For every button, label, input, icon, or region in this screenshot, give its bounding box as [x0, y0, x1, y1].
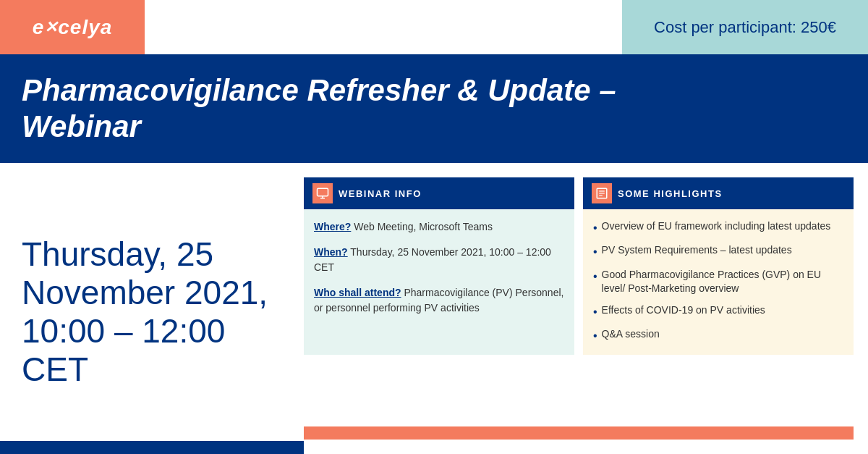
who-item: Who shall attend? Pharmacovigilance (PV)… [314, 285, 564, 316]
webinar-icon [312, 183, 333, 203]
logo-area: e✕celya [0, 0, 145, 54]
highlights-header: SOME HIGHLIGHTS [583, 177, 854, 209]
right-section: WEBINAR INFO Where? Web Meeting, Microso… [304, 163, 868, 454]
svg-rect-0 [318, 188, 328, 196]
bullet-icon: • [593, 328, 597, 344]
where-label: Where? [314, 221, 351, 232]
highlights-list: • Overview of EU framework including lat… [593, 219, 843, 345]
event-date: Thursday, 25November 2021,10:00 – 12:00 … [22, 235, 282, 389]
list-item: • Q&A session [593, 327, 843, 344]
where-item: Where? Web Meeting, Microsoft Teams [314, 219, 564, 235]
webinar-info-body: Where? Web Meeting, Microsoft Teams When… [304, 209, 574, 355]
who-label: Who shall attend? [314, 287, 401, 298]
list-item: • Effects of COVID-19 on PV activities [593, 303, 843, 320]
title-line1: Pharmacovigilance Refresher & Update – W… [22, 72, 616, 146]
webinar-info-header: WEBINAR INFO [304, 177, 574, 209]
list-item: • PV System Requirements – latest update… [593, 243, 843, 260]
highlight-text: Effects of COVID-19 on PV activities [602, 303, 765, 318]
where-value: Web Meeting, Microsoft Teams [351, 221, 493, 232]
when-label: When? [314, 246, 348, 258]
main-content: Thursday, 25November 2021,10:00 – 12:00 … [0, 163, 868, 454]
bullet-icon: • [593, 269, 597, 285]
title-bar: Pharmacovigilance Refresher & Update – W… [0, 54, 868, 163]
bullet-icon: • [593, 304, 597, 320]
top-bar: e✕celya Cost per participant: 250€ [0, 0, 868, 54]
bullet-icon: • [593, 220, 597, 236]
bullet-icon: • [593, 244, 597, 260]
highlights-body: • Overview of EU framework including lat… [583, 209, 854, 355]
highlight-text: Good Pharmacovigilance Practices (GVP) o… [602, 268, 843, 296]
cost-badge: Cost per participant: 250€ [622, 0, 868, 54]
list-item: • Good Pharmacovigilance Practices (GVP)… [593, 268, 843, 296]
excelya-logo: e✕celya [33, 16, 113, 39]
logo-text: e✕celya [33, 16, 113, 39]
webinar-info-label: WEBINAR INFO [339, 188, 422, 199]
left-bottom-bar [0, 441, 304, 454]
highlight-text: Overview of EU framework including lates… [602, 219, 831, 234]
highlight-text: PV System Requirements – latest updates [602, 243, 792, 258]
highlights-icon [592, 183, 612, 203]
main-title: Pharmacovigilance Refresher & Update – W… [22, 72, 616, 146]
right-bottom-bar [304, 426, 854, 440]
webinar-info-panel: WEBINAR INFO Where? Web Meeting, Microso… [304, 177, 574, 355]
when-item: When? Thursday, 25 November 2021, 10:00 … [314, 245, 564, 275]
highlight-text: Q&A session [602, 327, 660, 342]
when-value: Thursday, 25 November 2021, 10:00 – 12:0… [314, 246, 551, 273]
highlights-panel: SOME HIGHLIGHTS • Overview of EU framewo… [583, 177, 854, 355]
cost-text: Cost per participant: 250€ [654, 18, 836, 37]
left-section: Thursday, 25November 2021,10:00 – 12:00 … [0, 163, 304, 454]
panels-row: WEBINAR INFO Where? Web Meeting, Microso… [304, 177, 854, 355]
highlights-label: SOME HIGHLIGHTS [618, 188, 723, 199]
list-item: • Overview of EU framework including lat… [593, 219, 843, 236]
